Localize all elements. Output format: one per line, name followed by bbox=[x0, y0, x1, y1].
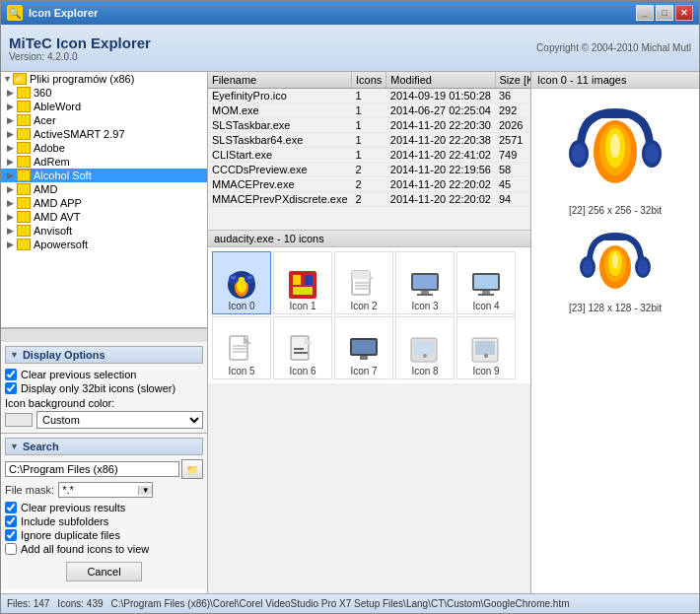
table-row[interactable]: MMACEPrev.exe 2 2014-11-20 22:20:02 45 C… bbox=[208, 177, 530, 192]
display-32bit-checkbox[interactable] bbox=[5, 382, 17, 394]
close-button[interactable]: ✕ bbox=[675, 5, 693, 21]
file-mask-input[interactable] bbox=[59, 483, 138, 497]
icon-label-1: Icon 1 bbox=[289, 301, 315, 311]
title-bar-buttons: _ □ ✕ bbox=[636, 5, 693, 21]
clear-previous-checkbox[interactable] bbox=[5, 369, 17, 380]
tree-item-adobe[interactable]: ▶ Adobe bbox=[1, 141, 207, 155]
svg-point-59 bbox=[612, 253, 618, 269]
preview-label-medium: [23] 128 x 128 - 32bit bbox=[569, 303, 662, 313]
color-swatch[interactable] bbox=[5, 413, 33, 427]
svg-point-46 bbox=[645, 144, 659, 164]
options-panel-label: Display Options bbox=[23, 349, 105, 361]
cell-filename: MMACEPrev.exe bbox=[208, 177, 352, 192]
right-panel: Icon 0 - 11 images bbox=[531, 72, 699, 593]
cell-filename: SLSTaskbar.exe bbox=[208, 118, 352, 133]
folder-icon-activesmart bbox=[17, 128, 31, 140]
search-panel-header[interactable]: ▼ Search bbox=[5, 438, 203, 455]
minimize-button[interactable]: _ bbox=[636, 5, 654, 21]
cell-modified: 2014-11-20 22:41:02 bbox=[386, 148, 495, 163]
file-mask-row: File mask: ▼ bbox=[5, 482, 203, 498]
icon-cell-9[interactable]: Icon 9 bbox=[456, 316, 516, 379]
tree-item-activesmart[interactable]: ▶ ActiveSMART 2.97 bbox=[1, 127, 207, 141]
search-path-input[interactable] bbox=[5, 461, 179, 477]
icon-label-3: Icon 3 bbox=[411, 301, 438, 311]
ignore-duplicates-row: Ignore duplicate files bbox=[5, 528, 203, 542]
cell-modified: 2014-06-27 02:25:04 bbox=[386, 103, 495, 118]
tree-label-anvisoft: Anvisoft bbox=[34, 225, 72, 237]
table-row[interactable]: SLSTaskbar.exe 1 2014-11-20 22:20:30 202… bbox=[208, 118, 530, 133]
icon-grid: Icon 0 Icon 1 bbox=[208, 247, 530, 383]
middle-panel: Filename Icons Modified Size [KB] Locati… bbox=[208, 72, 531, 593]
options-panel-header[interactable]: ▼ Display Options bbox=[5, 346, 203, 364]
add-all-icons-checkbox[interactable] bbox=[5, 543, 17, 555]
cell-size: 2026 bbox=[495, 118, 530, 133]
icon-label-9: Icon 9 bbox=[472, 366, 499, 376]
icon-grid-header: audacity.exe - 10 icons bbox=[208, 231, 530, 247]
main-content: ▼ 📁 Pliki programów (x86) ▶ 360 ▶ AbleWo… bbox=[1, 72, 699, 593]
col-filename[interactable]: Filename bbox=[208, 72, 352, 89]
icon-cell-0[interactable]: Icon 0 bbox=[212, 251, 271, 314]
tree-label-amdapp: AMD APP bbox=[34, 197, 82, 209]
svg-rect-35 bbox=[352, 340, 376, 354]
folder-tree[interactable]: ▼ 📁 Pliki programów (x86) ▶ 360 ▶ AbleWo… bbox=[1, 72, 207, 328]
file-mask-dropdown[interactable]: ▼ bbox=[138, 486, 152, 495]
icon-cell-2[interactable]: Icon 2 bbox=[334, 251, 393, 314]
tree-item-amd[interactable]: ▶ AMD bbox=[1, 182, 207, 196]
display-32bit-label: Display only 32bit icons (slower) bbox=[21, 382, 175, 394]
tree-item-acer[interactable]: ▶ Acer bbox=[1, 113, 207, 127]
folder-icon-adobe bbox=[17, 142, 31, 154]
clear-results-checkbox[interactable] bbox=[5, 502, 17, 513]
icon-cell-6[interactable]: Icon 6 bbox=[273, 316, 332, 379]
col-size[interactable]: Size [KB] bbox=[495, 72, 530, 89]
tree-label-adrem: AdRem bbox=[34, 156, 70, 168]
tree-item-anvisoft[interactable]: ▶ Anvisoft bbox=[1, 224, 207, 238]
icon-6-svg bbox=[287, 334, 318, 366]
table-row[interactable]: CCCDsPreview.exe 2 2014-11-20 22:19:56 5… bbox=[208, 163, 530, 177]
icon-cell-7[interactable]: Icon 7 bbox=[334, 316, 393, 379]
table-row[interactable]: MOM.exe 1 2014-06-27 02:25:04 292 C:\Pr.… bbox=[208, 103, 530, 118]
svg-rect-13 bbox=[352, 271, 370, 279]
bg-color-select[interactable]: Custom White Black System bbox=[36, 411, 203, 429]
folder-icon-amdapp bbox=[17, 197, 31, 209]
tree-item-360[interactable]: ▶ 360 bbox=[1, 86, 207, 100]
icon-cell-1[interactable]: Icon 1 bbox=[273, 251, 332, 314]
browse-folder-button[interactable]: 📁 bbox=[181, 459, 203, 479]
col-icons[interactable]: Icons bbox=[352, 72, 386, 89]
header-bar: MiTeC Icon Explorer Version: 4.2.0.0 Cop… bbox=[1, 25, 699, 72]
tree-expand-alcohol: ▶ bbox=[7, 171, 17, 180]
svg-rect-60 bbox=[603, 235, 627, 240]
icon-cell-3[interactable]: Icon 3 bbox=[395, 251, 455, 314]
icon-cell-5[interactable]: Icon 5 bbox=[212, 316, 271, 379]
clear-results-row: Clear previous results bbox=[5, 501, 203, 514]
file-list-area[interactable]: Filename Icons Modified Size [KB] Locati… bbox=[208, 72, 530, 230]
icon-cell-4[interactable]: Icon 4 bbox=[456, 251, 516, 314]
icon-4-svg bbox=[470, 269, 502, 301]
svg-rect-32 bbox=[294, 348, 304, 350]
tree-item-amdapp[interactable]: ▶ AMD APP bbox=[1, 196, 207, 210]
tree-item-apowersoft[interactable]: ▶ Apowersoft bbox=[1, 238, 207, 251]
table-row[interactable]: MMACEPrevPXdiscrete.exe 2 2014-11-20 22:… bbox=[208, 192, 530, 207]
tree-label-ableword: AbleWord bbox=[34, 101, 81, 112]
svg-rect-33 bbox=[294, 352, 308, 354]
col-modified[interactable]: Modified bbox=[386, 72, 495, 89]
table-row[interactable]: EyefinityPro.ico 1 2014-09-19 01:50:28 3… bbox=[208, 89, 530, 103]
folder-icon-amdavt bbox=[17, 211, 31, 223]
cell-icons: 1 bbox=[352, 118, 386, 133]
include-subfolders-checkbox[interactable] bbox=[5, 515, 17, 527]
tree-item-root[interactable]: ▼ 📁 Pliki programów (x86) bbox=[1, 72, 207, 86]
table-row[interactable]: CLIStart.exe 1 2014-11-20 22:41:02 749 C… bbox=[208, 148, 530, 163]
tree-item-adrem[interactable]: ▶ AdRem bbox=[1, 155, 207, 169]
tree-item-amdavt[interactable]: ▶ AMD AVT bbox=[1, 210, 207, 224]
app-icon: 🔍 bbox=[7, 5, 23, 21]
table-row[interactable]: SLSTaskbar64.exe 1 2014-11-20 22:20:38 2… bbox=[208, 133, 530, 148]
tree-item-alcohol[interactable]: ▶ Alcohol Soft bbox=[1, 169, 207, 182]
cell-filename: MOM.exe bbox=[208, 103, 352, 118]
tree-scrollbar-h[interactable] bbox=[1, 328, 207, 342]
icon-cell-8[interactable]: Icon 8 bbox=[395, 316, 455, 379]
tree-item-ableword[interactable]: ▶ AbleWord bbox=[1, 100, 207, 113]
icon-preview-medium: [23] 128 x 128 - 32bit bbox=[569, 224, 662, 313]
maximize-button[interactable]: □ bbox=[656, 5, 673, 21]
cancel-button[interactable]: Cancel bbox=[66, 562, 141, 581]
ignore-duplicates-checkbox[interactable] bbox=[5, 529, 17, 541]
tree-expand-amd: ▶ bbox=[7, 184, 17, 194]
